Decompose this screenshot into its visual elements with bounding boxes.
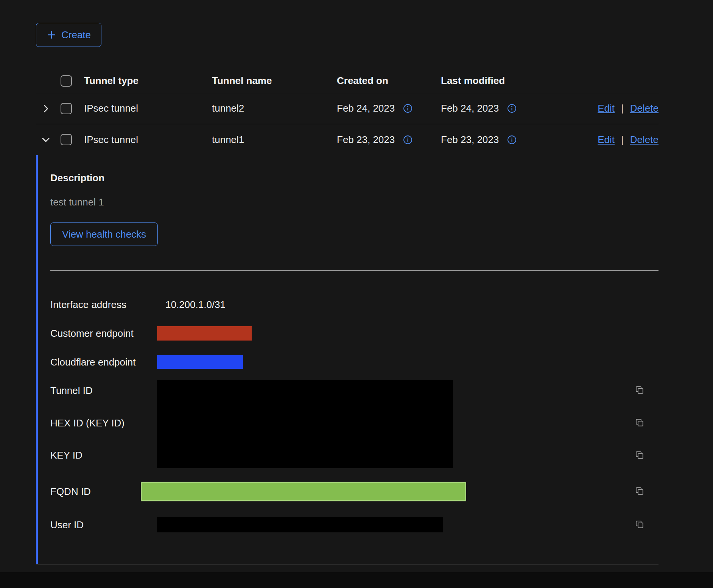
created-on-value: Feb 23, 2023 bbox=[337, 134, 395, 146]
last-modified-cell: Feb 24, 2023 bbox=[441, 103, 549, 114]
column-header-tunnel-name: Tunnel name bbox=[212, 75, 337, 87]
field-row-interface-address: Interface address 10.200.1.0/31 bbox=[50, 290, 659, 319]
table-header-row: Tunnel type Tunnel name Created on Last … bbox=[36, 69, 659, 93]
row-expander-cell bbox=[36, 103, 56, 114]
customer-endpoint-label: Customer endpoint bbox=[50, 328, 157, 339]
copy-icon[interactable] bbox=[634, 385, 646, 396]
tunnel-fields: Interface address 10.200.1.0/31 Customer… bbox=[50, 290, 659, 541]
info-icon[interactable] bbox=[403, 135, 413, 145]
key-id-label: KEY ID bbox=[50, 450, 157, 461]
tunnel-ids-redacted-value bbox=[157, 380, 453, 468]
field-row-fqdn-id: FQDN ID bbox=[50, 475, 659, 508]
created-on-cell: Feb 23, 2023 bbox=[337, 134, 441, 146]
last-modified-cell: Feb 23, 2023 bbox=[441, 134, 549, 146]
info-icon[interactable] bbox=[507, 135, 517, 145]
last-modified-value: Feb 24, 2023 bbox=[441, 103, 499, 114]
create-button[interactable]: Create bbox=[36, 23, 101, 47]
info-icon[interactable] bbox=[403, 104, 413, 113]
user-id-label: User ID bbox=[50, 519, 157, 531]
delete-link[interactable]: Delete bbox=[630, 103, 659, 114]
copy-icon[interactable] bbox=[634, 450, 646, 461]
info-icon[interactable] bbox=[507, 104, 517, 113]
field-row-customer-endpoint: Customer endpoint bbox=[50, 319, 659, 348]
created-on-cell: Feb 24, 2023 bbox=[337, 103, 441, 114]
view-health-checks-button[interactable]: View health checks bbox=[50, 222, 158, 246]
cloudflare-endpoint-label: Cloudflare endpoint bbox=[50, 356, 157, 368]
row-actions-cell: Edit | Delete bbox=[549, 103, 659, 114]
copy-icon[interactable] bbox=[634, 417, 646, 429]
id-label-stack: Tunnel ID HEX ID (KEY ID) KEY ID bbox=[50, 380, 157, 468]
header-checkbox-cell bbox=[56, 75, 84, 87]
row-expander-cell bbox=[36, 134, 56, 145]
fqdn-id-redacted-value bbox=[141, 482, 466, 501]
created-on-value: Feb 24, 2023 bbox=[337, 103, 395, 114]
field-row-user-id: User ID bbox=[50, 508, 659, 541]
create-button-label: Create bbox=[61, 29, 91, 41]
delete-link[interactable]: Delete bbox=[630, 134, 659, 146]
tunnel-type-cell: IPsec tunnel bbox=[84, 134, 212, 146]
hex-id-label: HEX ID (KEY ID) bbox=[50, 417, 157, 429]
last-modified-value: Feb 23, 2023 bbox=[441, 134, 499, 146]
actions-separator: | bbox=[621, 134, 624, 146]
tunnels-table: Tunnel type Tunnel name Created on Last … bbox=[36, 69, 659, 155]
user-id-redacted-value bbox=[157, 517, 443, 532]
copy-icon[interactable] bbox=[634, 486, 646, 497]
column-header-tunnel-type: Tunnel type bbox=[84, 75, 212, 87]
tunnel-name-cell: tunnel1 bbox=[212, 134, 337, 146]
tunnel-name-cell: tunnel2 bbox=[212, 103, 337, 114]
tunnel-id-label: Tunnel ID bbox=[50, 385, 157, 397]
tunnel-type-cell: IPsec tunnel bbox=[84, 103, 212, 114]
tunnel-detail-panel: Description test tunnel 1 View health ch… bbox=[36, 155, 659, 565]
plus-icon bbox=[47, 30, 56, 40]
select-all-checkbox[interactable] bbox=[61, 75, 72, 87]
column-header-created-on: Created on bbox=[337, 75, 441, 87]
description-text: test tunnel 1 bbox=[50, 196, 659, 208]
row-checkbox-cell bbox=[56, 103, 84, 114]
interface-address-label: Interface address bbox=[50, 299, 157, 311]
tunnels-page: Create Tunnel type Tunnel name Created o… bbox=[0, 0, 713, 588]
cloudflare-endpoint-redacted-value bbox=[157, 355, 243, 369]
tunnel-detail-body: Description test tunnel 1 View health ch… bbox=[38, 155, 659, 564]
field-row-tunnel-ids: Tunnel ID HEX ID (KEY ID) KEY ID bbox=[50, 380, 659, 468]
interface-address-value: 10.200.1.0/31 bbox=[157, 299, 634, 311]
description-heading: Description bbox=[50, 172, 659, 184]
customer-endpoint-redacted-value bbox=[157, 326, 252, 341]
table-row: IPsec tunnel tunnel2 Feb 24, 2023 Feb 24… bbox=[36, 93, 659, 124]
row-checkbox[interactable] bbox=[61, 134, 72, 145]
actions-separator: | bbox=[621, 103, 624, 114]
id-copy-stack bbox=[634, 380, 659, 468]
field-row-cloudflare-endpoint: Cloudflare endpoint bbox=[50, 348, 659, 376]
edit-link[interactable]: Edit bbox=[598, 103, 615, 114]
section-divider bbox=[50, 270, 659, 271]
column-header-last-modified: Last modified bbox=[441, 75, 549, 87]
table-row: IPsec tunnel tunnel1 Feb 23, 2023 Feb 23… bbox=[36, 124, 659, 155]
footer-strip bbox=[0, 572, 713, 588]
edit-link[interactable]: Edit bbox=[598, 134, 615, 146]
chevron-down-icon[interactable] bbox=[40, 134, 51, 145]
copy-icon[interactable] bbox=[634, 519, 646, 530]
row-actions-cell: Edit | Delete bbox=[549, 134, 659, 146]
chevron-right-icon[interactable] bbox=[40, 103, 51, 114]
row-checkbox-cell bbox=[56, 134, 84, 145]
row-checkbox[interactable] bbox=[61, 103, 72, 114]
